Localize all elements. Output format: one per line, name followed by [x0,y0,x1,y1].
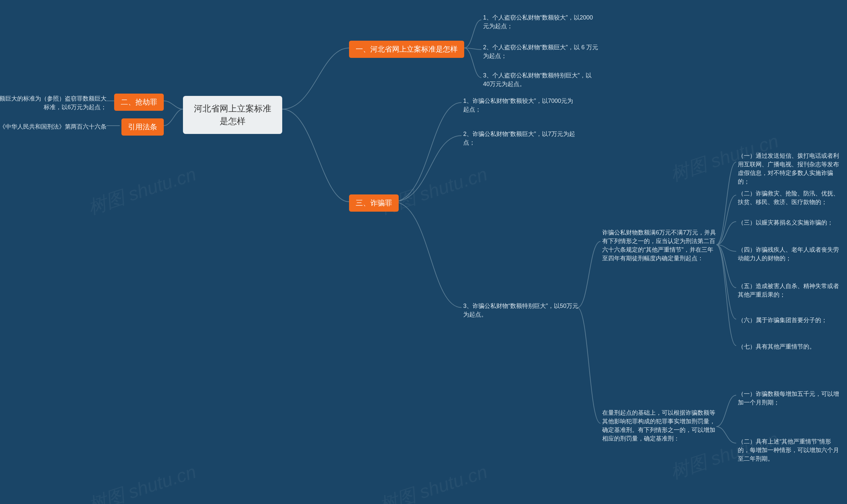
leaf-subA-1: （一）通过发送短信、拨打电话或者利用互联网、广播电视、报刊杂志等发布虚假信息，对… [738,151,841,186]
leaf-fraud-3-subB: 在量刑起点的基础上，可以根据诈骗数额等其他影响犯罪构成的犯罪事实增加刑罚量，确定… [602,409,716,443]
node-reference[interactable]: 引用法条 [121,119,164,136]
leaf-s1-item3: 3、个人盗窃公私财物“数额特别巨大”，以 40万元为起点。 [483,71,599,88]
leaf-subA-5: （五）造成被害人自杀、精神失常或者其他严重后果的； [738,282,841,299]
leaf-fraud-1: 1、诈骗公私财物“数额较大”，以7000元为起点； [463,96,579,114]
node-robbery-label: 二、抢劫罪 [121,98,157,106]
watermark: 树图 shutu.cn [376,460,491,504]
node-reference-label: 引用法条 [128,123,157,131]
leaf-subB-1: （一）诈骗数额每增加五千元，可以增加一个月刑期； [738,390,841,407]
root-node[interactable]: 河北省网上立案标准是怎样 [183,96,282,134]
watermark: 树图 shutu.cn [376,162,491,220]
leaf-reference-detail: [1]《中华人民共和国刑法》第两百六十六条 [0,122,107,131]
leaf-robbery-detail: 数额巨大的标准为（参照）盗窃罪数额巨大标准，以6万元为起点； [0,94,107,111]
node-fraud[interactable]: 三、诈骗罪 [349,195,399,212]
node-robbery[interactable]: 二、抢劫罪 [114,94,164,111]
watermark: 树图 shutu.cn [85,460,199,504]
leaf-s1-item1: 1、个人盗窃公私财物“数额较大”，以2000元为起点； [483,13,599,31]
leaf-subA-3: （三）以赈灾募捐名义实施诈骗的； [738,218,841,227]
root-title: 河北省网上立案标准是怎样 [194,104,271,126]
leaf-fraud-3-subA: 诈骗公私财物数额满6万元不满7万元，并具有下列情形之一的，应当认定为刑法第二百六… [602,228,716,263]
leaf-subB-2: （二）具有上述“其他严重情节”情形的，每增加一种情形，可以增加六个月至二年刑期。 [738,437,841,463]
node-fraud-label: 三、诈骗罪 [356,199,392,207]
leaf-subA-2: （二）诈骗救灾、抢险、防汛、优抚、扶贫、移民、救济、医疗款物的； [738,189,841,206]
leaf-fraud-2: 2、诈骗公私财物“数额巨大”，以7万元为起点； [463,130,579,147]
node-section-1[interactable]: 一、河北省网上立案标准是怎样 [349,41,464,58]
leaf-subA-4: （四）诈骗残疾人、老年人或者丧失劳动能力人的财物的； [738,246,841,263]
connector-lines [0,0,847,504]
leaf-fraud-3: 3、诈骗公私财物“数额特别巨大”，以50万元为起点。 [463,302,579,319]
watermark: 树图 shutu.cn [85,162,199,220]
leaf-subA-7: （七）具有其他严重情节的。 [738,342,841,351]
leaf-s1-item2: 2、个人盗窃公私财物“数额巨大”，以 6 万元为起点； [483,43,599,60]
leaf-subA-6: （六）属于诈骗集团首要分子的； [738,316,841,324]
node-section-1-label: 一、河北省网上立案标准是怎样 [356,45,458,53]
